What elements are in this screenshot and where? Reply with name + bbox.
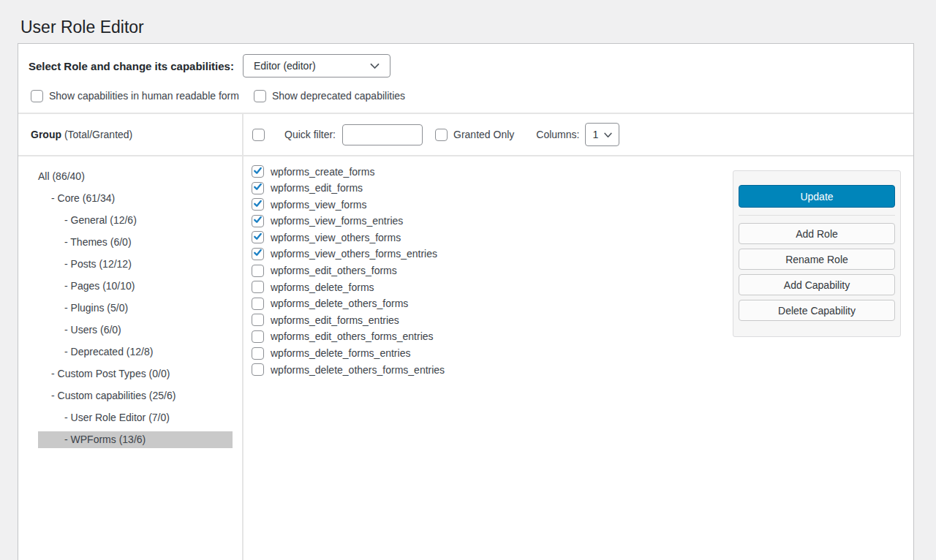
check-icon [253, 198, 263, 211]
capability-row: wpforms_delete_forms_entries [252, 347, 445, 360]
capability-row: wpforms_view_others_forms [252, 231, 445, 243]
human-readable-checkbox[interactable] [31, 90, 43, 102]
capability-label: wpforms_delete_others_forms [271, 298, 408, 309]
capability-row: wpforms_view_forms [252, 198, 445, 211]
capability-checkbox[interactable] [252, 363, 264, 376]
update-button[interactable]: Update [739, 185, 895, 208]
role-select-label: Select Role and change its capabilities: [29, 60, 234, 72]
capability-label: wpforms_delete_forms [271, 281, 374, 293]
group-tree-item[interactable]: - Core (61/34) [38, 190, 233, 207]
group-tree-item[interactable]: - Deprecated (12/8) [38, 344, 233, 360]
granted-only-checkbox[interactable] [435, 129, 448, 141]
granted-only-label: Granted Only [453, 129, 514, 140]
human-readable-label: Show capabilities in human readable form [49, 90, 239, 102]
capability-label: wpforms_edit_others_forms [271, 265, 397, 276]
capability-checkbox[interactable] [252, 314, 264, 326]
capability-row: wpforms_edit_others_forms_entries [252, 330, 445, 343]
capability-row: wpforms_edit_forms_entries [252, 314, 445, 326]
capability-label: wpforms_edit_forms [271, 182, 363, 194]
rename-role-button[interactable]: Rename Role [739, 249, 895, 270]
capability-label: wpforms_delete_forms_entries [271, 347, 410, 359]
group-tree-item[interactable]: - Pages (10/10) [38, 278, 233, 295]
display-options-row: Show capabilities in human readable form… [31, 89, 420, 102]
group-tree: All (86/40)- Core (61/34)- General (12/6… [18, 168, 242, 453]
capability-label: wpforms_create_forms [271, 166, 374, 178]
capability-label: wpforms_edit_others_forms_entries [271, 330, 434, 342]
capability-row: wpforms_delete_forms [252, 281, 445, 293]
divider [18, 155, 913, 156]
deprecated-label: Show deprecated capabilities [272, 90, 405, 102]
check-icon [253, 165, 263, 178]
role-select-value: Editor (editor) [254, 60, 316, 72]
capability-checkbox-checked[interactable] [252, 182, 264, 194]
capability-checkbox[interactable] [252, 347, 264, 360]
check-icon [253, 181, 263, 194]
capability-row: wpforms_view_forms_entries [252, 215, 445, 227]
group-tree-item[interactable]: - Themes (6/0) [38, 234, 233, 251]
capability-checkbox-checked[interactable] [252, 198, 264, 211]
actions-panel: Update Add Role Rename Role Add Capabili… [733, 170, 901, 337]
group-tree-item[interactable]: - Plugins (5/0) [38, 300, 233, 317]
capability-label: wpforms_view_others_forms_entries [271, 248, 437, 260]
role-select[interactable]: Editor (editor) [243, 54, 390, 77]
capability-row: wpforms_edit_others_forms [252, 265, 445, 277]
capabilities-list: wpforms_create_formswpforms_edit_formswp… [252, 165, 445, 380]
select-all-checkbox[interactable] [252, 129, 265, 141]
capability-row: wpforms_delete_others_forms [252, 298, 445, 310]
group-tree-item[interactable]: - Posts (12/12) [38, 256, 233, 273]
capability-checkbox-checked[interactable] [252, 215, 264, 227]
deprecated-checkbox[interactable] [254, 90, 266, 102]
capability-checkbox[interactable] [252, 281, 264, 293]
capability-label: wpforms_view_others_forms [271, 232, 401, 243]
group-tree-item[interactable]: - General (12/6) [38, 212, 233, 229]
quick-filter-label: Quick filter: [284, 129, 336, 140]
check-icon [253, 214, 263, 227]
delete-capability-button[interactable]: Delete Capability [739, 300, 895, 321]
group-tree-item[interactable]: - Custom capabilities (25/6) [38, 387, 233, 404]
columns-label: Columns: [536, 129, 579, 140]
check-icon [253, 247, 263, 260]
group-tree-item[interactable]: All (86/40) [38, 168, 233, 185]
capability-label: wpforms_edit_forms_entries [271, 314, 399, 326]
capability-row: wpforms_view_others_forms_entries [252, 248, 445, 260]
capability-checkbox-checked[interactable] [252, 231, 264, 243]
group-header-suffix: (Total/Granted) [64, 129, 132, 140]
main-panel: Select Role and change its capabilities:… [18, 43, 914, 560]
quick-filter-input[interactable] [342, 124, 423, 145]
group-column-header: Group (Total/Granted) [31, 114, 132, 155]
vertical-divider [242, 114, 244, 560]
capability-checkbox[interactable] [252, 298, 264, 310]
capability-checkbox[interactable] [252, 330, 264, 343]
capability-checkbox-checked[interactable] [252, 165, 264, 178]
group-tree-item[interactable]: - WPForms (13/6) [38, 431, 233, 448]
capability-checkbox-checked[interactable] [252, 248, 264, 260]
group-tree-item[interactable]: - User Role Editor (7/0) [38, 409, 233, 426]
group-tree-item[interactable]: - Custom Post Types (0/0) [38, 366, 233, 382]
chevron-down-icon [370, 60, 380, 72]
capability-row: wpforms_create_forms [252, 165, 445, 178]
add-capability-button[interactable]: Add Capability [739, 274, 895, 295]
capability-label: wpforms_delete_others_forms_entries [271, 364, 445, 376]
add-role-button[interactable]: Add Role [739, 223, 895, 244]
columns-select[interactable]: 1 [585, 123, 619, 146]
capability-label: wpforms_view_forms [271, 199, 366, 211]
columns-select-value: 1 [592, 129, 598, 140]
check-icon [253, 231, 263, 244]
divider [739, 215, 895, 216]
capability-row: wpforms_delete_others_forms_entries [252, 363, 445, 376]
capability-row: wpforms_edit_forms [252, 182, 445, 194]
group-header-bold: Group [31, 129, 61, 140]
group-tree-item[interactable]: - Users (6/0) [38, 322, 233, 338]
chevron-down-icon [604, 129, 612, 140]
capabilities-toolbar: Quick filter: Granted Only Columns: 1 [252, 114, 906, 155]
role-selector-row: Select Role and change its capabilities:… [29, 54, 390, 77]
capability-checkbox[interactable] [252, 265, 264, 277]
page-title: User Role Editor [20, 16, 144, 38]
capability-label: wpforms_view_forms_entries [271, 215, 403, 227]
